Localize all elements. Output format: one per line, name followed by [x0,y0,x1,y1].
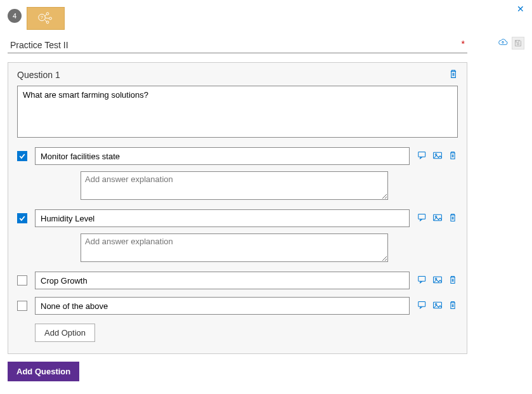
cloud-upload-icon[interactable] [498,38,508,49]
svg-rect-14 [418,276,425,281]
required-marker: * [462,39,467,49]
option-row [17,297,458,315]
explanation-icon[interactable] [417,213,427,224]
image-icon[interactable] [432,275,443,286]
image-icon[interactable] [432,213,443,224]
svg-line-7 [45,20,47,22]
explanation-input[interactable] [81,233,388,262]
explanation-wrap [81,233,458,264]
close-icon[interactable]: ✕ [517,4,524,14]
add-option-button[interactable]: Add Option [35,324,95,342]
option-checkbox[interactable] [17,151,27,161]
delete-option-icon[interactable] [448,151,458,162]
svg-point-13 [435,216,436,217]
delete-option-icon[interactable] [448,301,458,312]
add-question-button[interactable]: Add Question [8,362,79,381]
delete-option-icon[interactable] [448,213,458,224]
step-number-badge: 4 [8,9,22,23]
option-text-input[interactable] [35,272,410,289]
save-area [498,37,524,49]
delete-option-icon[interactable] [448,275,458,286]
editor-wrap: Practice Test II * [8,39,467,53]
svg-line-5 [45,14,47,16]
assessment-title[interactable]: Practice Test II [8,39,462,51]
svg-point-2 [46,13,49,15]
explanation-input[interactable] [81,171,388,200]
svg-line-6 [45,18,49,18]
option-text-input[interactable] [35,209,410,227]
image-icon[interactable] [432,151,443,162]
svg-point-19 [435,303,436,305]
svg-point-16 [435,278,436,279]
delete-question-icon[interactable] [449,69,458,81]
svg-rect-17 [418,301,425,306]
question-header: Question 1 [17,70,60,80]
explanation-icon[interactable] [417,275,427,286]
option-row [17,209,458,227]
topbar: 4 ? [8,5,524,30]
svg-rect-8 [418,152,425,157]
option-checkbox[interactable] [17,213,27,223]
explanation-wrap [81,171,458,202]
image-icon[interactable] [432,301,443,312]
explanation-icon[interactable] [417,151,427,162]
question-text-input[interactable] [17,86,458,138]
svg-text:?: ? [41,15,43,20]
question-panel: Question 1 Add Option [8,62,467,354]
option-checkbox[interactable] [17,301,27,311]
option-row [17,147,458,165]
svg-rect-11 [418,214,425,219]
option-row [17,272,458,289]
option-checkbox[interactable] [17,275,27,286]
option-text-input[interactable] [35,147,410,165]
svg-point-10 [435,154,436,155]
svg-point-3 [49,17,52,20]
explanation-icon[interactable] [417,301,427,312]
svg-point-4 [46,21,49,23]
save-button[interactable] [512,37,524,49]
title-row: Practice Test II * [8,39,467,53]
assessment-type-icon[interactable]: ? [27,7,65,30]
option-text-input[interactable] [35,297,410,315]
